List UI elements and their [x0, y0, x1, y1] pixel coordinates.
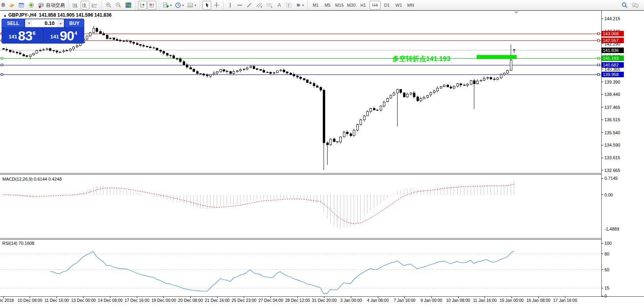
auto-scroll-icon: [149, 2, 155, 8]
svg-text:132.665: 132.665: [604, 168, 620, 173]
horizontal-line-icon: [237, 2, 243, 8]
timeframe-H1[interactable]: H1: [358, 1, 369, 10]
chat-button[interactable]: [630, 1, 640, 10]
new-order-button[interactable]: [7, 1, 16, 10]
bar-chart-icon: [72, 2, 79, 8]
periods-button[interactable]: ▾: [174, 1, 185, 10]
trade-panel-top-row: SELL ▼ ▲ BUY: [2, 19, 84, 28]
dropdown-caret-icon: ▾: [195, 4, 196, 7]
candlestick-chart-button[interactable]: [81, 1, 89, 10]
toolbar-separator: [101, 1, 102, 9]
volume-decrease-button[interactable]: ▼: [25, 19, 32, 27]
svg-text:137.465: 137.465: [604, 105, 620, 110]
svg-text:133.615: 133.615: [604, 155, 620, 160]
timeframe-W1[interactable]: W1: [393, 1, 404, 10]
svg-text:10 Jan 08:00: 10 Jan 08:00: [446, 298, 470, 303]
timeframe-M1[interactable]: M1: [310, 1, 321, 10]
menu-remnant-label[interactable]: 单: [1, 2, 6, 9]
svg-text:11 Jan 16:00: 11 Jan 16:00: [473, 298, 497, 303]
label-tool-button[interactable]: T: [284, 1, 293, 10]
tile-windows-button[interactable]: [124, 1, 133, 10]
timeframe-bar: M1M5M15M30H1H4D1W1MN: [310, 1, 417, 10]
zoom-in-button[interactable]: [104, 1, 113, 10]
arrows-tool-button[interactable]: ▾: [294, 1, 305, 10]
search-icon: [621, 2, 628, 8]
toolbar-separator: [68, 1, 69, 9]
svg-text:3 Jan 00:00: 3 Jan 00:00: [340, 298, 362, 303]
sell-price-tile[interactable]: 141 83 6: [2, 28, 43, 43]
timeframe-D1[interactable]: D1: [381, 1, 392, 10]
chat-bubbles-icon: [631, 2, 639, 8]
svg-text:7 Dec 2018: 7 Dec 2018: [0, 298, 14, 303]
svg-text:138.440: 138.440: [604, 92, 620, 97]
volume-stepper: ▼ ▲: [25, 19, 64, 27]
tile-windows-icon: [125, 2, 132, 8]
highlight-bar[interactable]: [477, 55, 517, 59]
svg-text:50: 50: [604, 267, 609, 272]
trendline-tool-button[interactable]: [245, 1, 254, 10]
templates-button[interactable]: ▾: [186, 1, 197, 10]
equidistant-channel-icon: E: [256, 2, 263, 8]
svg-text:7 Jan 16:00: 7 Jan 16:00: [394, 298, 415, 303]
svg-text:142.557: 142.557: [603, 38, 619, 43]
text-tool-button[interactable]: A: [275, 1, 284, 10]
ohlc-readout: 141.858 141.905 141.596 141.836: [39, 12, 112, 18]
svg-text:144.215: 144.215: [604, 16, 620, 21]
timeframe-MN[interactable]: MN: [405, 1, 416, 10]
chart-window-button[interactable]: [17, 1, 26, 10]
svg-text:15 Jan 00:00: 15 Jan 00:00: [500, 298, 524, 303]
symbol-period-label: GBPJPY-,H4: [8, 12, 36, 18]
autotrading-icon: [38, 2, 45, 8]
cursor-button[interactable]: [203, 1, 211, 10]
auto-scroll-button[interactable]: [148, 1, 156, 10]
zoom-out-button[interactable]: [114, 1, 123, 10]
sell-button[interactable]: SELL: [2, 19, 24, 27]
svg-text:143.068: 143.068: [603, 31, 619, 36]
bar-chart-button[interactable]: [71, 1, 80, 10]
crosshair-button[interactable]: [212, 1, 221, 10]
signals-icon: [28, 2, 35, 8]
channel-tool-button[interactable]: E: [254, 1, 264, 10]
line-chart-button[interactable]: [90, 1, 99, 10]
dropdown-caret-icon: ▾: [170, 4, 172, 7]
svg-text:0: 0: [604, 294, 607, 298]
timeframe-M15[interactable]: M15: [334, 1, 345, 10]
svg-text:28 Dec 12:00: 28 Dec 12:00: [285, 298, 310, 303]
timeframe-M30[interactable]: M30: [346, 1, 357, 10]
svg-text:0.00: 0.00: [604, 193, 613, 197]
vertical-line-tool-button[interactable]: [226, 1, 235, 10]
signals-button[interactable]: [27, 1, 36, 10]
buy-price-big: 90: [60, 30, 74, 42]
svg-text:140.682: 140.682: [603, 63, 619, 67]
timeframe-M5[interactable]: M5: [322, 1, 333, 10]
svg-text:100: 100: [604, 241, 612, 246]
svg-text:134.590: 134.590: [604, 143, 620, 147]
pivot-annotation[interactable]: 多空转折点141.193: [392, 54, 450, 63]
chart-canvas[interactable]: 144.215143.240142.290141.315140.365139.3…: [0, 11, 644, 307]
chart-shift-icon: [139, 2, 146, 8]
main-toolbar: 单 自动交易: [0, 0, 644, 11]
indicators-icon: [163, 2, 169, 8]
svg-text:80: 80: [604, 252, 609, 256]
horizontal-line-tool-button[interactable]: [235, 1, 244, 10]
buy-button[interactable]: BUY: [65, 19, 84, 27]
volume-increase-button[interactable]: ▲: [57, 19, 64, 27]
fibonacci-tool-button[interactable]: F: [265, 1, 274, 10]
panel-toggle-icon[interactable]: ▲: [3, 13, 7, 17]
toolbar-separator: [135, 1, 136, 9]
chart-shift-button[interactable]: [138, 1, 147, 10]
search-button[interactable]: [620, 1, 629, 10]
buy-price-tile[interactable]: 141 90 4: [44, 28, 85, 43]
svg-text:31 Dec 20:00: 31 Dec 20:00: [312, 298, 337, 303]
cursor-icon: [204, 2, 210, 8]
rsi-label: RSI(14) 70.1608: [2, 241, 34, 246]
autotrading-button[interactable]: 自动交易: [37, 1, 66, 10]
timeframe-H4[interactable]: H4: [369, 1, 381, 10]
zoom-out-icon: [115, 2, 122, 8]
volume-input[interactable]: [32, 19, 57, 27]
templates-icon: [187, 2, 194, 8]
indicators-button[interactable]: ▾: [161, 1, 173, 10]
autotrading-label: 自动交易: [46, 2, 65, 9]
toolbar-separator: [223, 1, 224, 9]
svg-text:T: T: [288, 4, 290, 8]
